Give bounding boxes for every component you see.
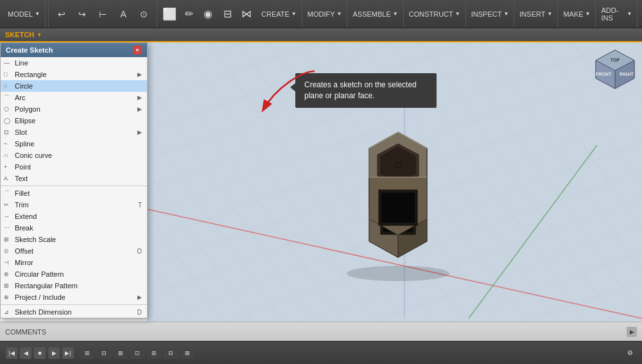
menu-item-break[interactable]: ⋯ Break bbox=[1, 222, 147, 234]
sphere-icon: ◉ bbox=[202, 8, 214, 21]
main-area: ◀ BROWSER ▶ Na... ▶ Uni... ... Create Sk… bbox=[0, 42, 642, 322]
comments-expand-button[interactable]: ▶ bbox=[627, 327, 637, 337]
addins-menu[interactable]: ADD-INS ▼ bbox=[596, 0, 638, 28]
rectangle-icon: □ bbox=[4, 71, 7, 78]
nav-prev-prev-button[interactable]: |◀ bbox=[6, 347, 17, 359]
view-btn-5[interactable]: ⊞ bbox=[147, 347, 161, 359]
menu-item-circle[interactable]: ○ Circle bbox=[1, 80, 147, 92]
create-menu[interactable]: CREATE ▼ bbox=[256, 0, 302, 28]
comments-expand-icon: ▶ bbox=[630, 329, 634, 335]
menu-item-polygon[interactable]: ⬡ Polygon ▶ bbox=[1, 103, 147, 115]
nav-next-next-button[interactable]: ▶| bbox=[62, 347, 74, 359]
offset-label: Offset bbox=[15, 247, 33, 255]
settings-button[interactable]: ⚙ bbox=[623, 348, 637, 358]
rectangle-submenu-arrow: ▶ bbox=[137, 71, 142, 78]
view-btn-4[interactable]: ⊡ bbox=[130, 347, 144, 359]
svg-point-19 bbox=[395, 163, 401, 168]
menu-item-sketch-scale[interactable]: ⊞ Sketch Scale bbox=[1, 234, 147, 245]
insert-arrow: ▼ bbox=[547, 11, 552, 17]
nav-prev-button[interactable]: ◀ bbox=[20, 347, 31, 359]
circle-icon: ○ bbox=[4, 83, 7, 89]
polygon-icon: ⬡ bbox=[4, 106, 9, 112]
camera-button[interactable]: ⊙ bbox=[134, 2, 154, 26]
addins-arrow: ▼ bbox=[627, 11, 632, 17]
sketch-scale-icon: ⊞ bbox=[4, 236, 9, 243]
menu-item-sketch-dimension[interactable]: ⊿ Sketch Dimension D bbox=[1, 306, 147, 318]
sketch-icon: ✏ bbox=[183, 8, 195, 21]
menu-divider-1 bbox=[1, 186, 147, 186]
cylinder-button[interactable]: ⊟ bbox=[218, 2, 237, 26]
menu-item-line[interactable]: — Line bbox=[1, 57, 147, 69]
menu-item-text[interactable]: A Text bbox=[1, 173, 147, 184]
menu-item-fillet[interactable]: ⌒ Fillet bbox=[1, 187, 147, 199]
view-btn-7[interactable]: ⊠ bbox=[180, 347, 195, 359]
menu-item-offset[interactable]: ⊙ Offset O bbox=[1, 245, 147, 257]
view-btn-1[interactable]: ⊞ bbox=[80, 347, 94, 359]
construct-arrow: ▼ bbox=[455, 11, 460, 17]
mirror-icon: ⊣ bbox=[4, 259, 9, 266]
cylinder-icon: ⊟ bbox=[221, 8, 234, 21]
view-btn-6[interactable]: ⊟ bbox=[164, 347, 178, 359]
view-btn-2[interactable]: ⊟ bbox=[97, 347, 111, 359]
tooltip-text: Creates a sketch on the selected plane o… bbox=[304, 80, 417, 100]
inspect-label: INSPECT bbox=[471, 10, 502, 18]
circle-label: Circle bbox=[15, 82, 33, 90]
model-dropdown[interactable]: MODEL ▼ bbox=[3, 0, 46, 28]
bottom-toolbar: |◀ ◀ ■ ▶ ▶| ⊞ ⊟ ⊠ ⊡ ⊞ ⊟ ⊠ ⚙ bbox=[0, 341, 642, 364]
create-sketch-menu: Create Sketch × — Line □ Rectangle ▶ ○ C… bbox=[0, 42, 148, 318]
menu-item-conic-curve[interactable]: ∩ Conic curve bbox=[1, 150, 147, 161]
fillet-label: Fillet bbox=[15, 189, 30, 197]
nav-stop-button[interactable]: ■ bbox=[34, 347, 46, 359]
sphere-button[interactable]: ◉ bbox=[198, 2, 218, 26]
menu-item-project-include[interactable]: ⊕ Project / Include ▶ bbox=[1, 291, 147, 303]
sketch-dimension-shortcut: D bbox=[137, 309, 142, 316]
menu-item-extend[interactable]: ↔ Extend bbox=[1, 211, 147, 222]
menu-item-rectangle[interactable]: □ Rectangle ▶ bbox=[1, 69, 147, 80]
ellipse-label: Ellipse bbox=[15, 117, 35, 125]
conic-curve-icon: ∩ bbox=[4, 152, 8, 159]
arc-label: Arc bbox=[15, 94, 26, 101]
freeform-icon: ⋈ bbox=[240, 8, 253, 21]
sketch-bar-text: SKETCH bbox=[5, 31, 34, 39]
menu-item-mirror[interactable]: ⊣ Mirror bbox=[1, 257, 147, 268]
menu-header-label: Create Sketch bbox=[6, 46, 53, 54]
assemble-menu[interactable]: ASSEMBLE ▼ bbox=[347, 0, 403, 28]
nav-next-button[interactable]: ▶ bbox=[48, 347, 60, 359]
svg-text:FRONT: FRONT bbox=[596, 72, 612, 76]
viewport[interactable]: TOP RIGHT FRONT bbox=[148, 42, 642, 322]
freeform-button[interactable]: ⋈ bbox=[237, 2, 256, 26]
menu-item-slot[interactable]: ⊡ Slot ▶ bbox=[1, 126, 147, 138]
polygon-submenu-arrow: ▶ bbox=[137, 106, 142, 112]
text-menu-icon: A bbox=[4, 175, 8, 182]
make-menu[interactable]: MAKE ▼ bbox=[558, 0, 596, 28]
menu-item-circular-pattern[interactable]: ⊛ Circular Pattern bbox=[1, 268, 147, 280]
select-menu[interactable]: SELECT ▼ bbox=[638, 0, 642, 28]
sketch-bar-label[interactable]: SKETCH ▼ bbox=[5, 31, 42, 39]
create-arrow: ▼ bbox=[291, 11, 297, 17]
slot-submenu-arrow: ▶ bbox=[137, 129, 142, 135]
text-button[interactable]: A bbox=[113, 2, 134, 26]
menu-item-trim[interactable]: ✂ Trim T bbox=[1, 199, 147, 211]
construct-menu[interactable]: CONSTRUCT ▼ bbox=[404, 0, 466, 28]
menu-item-rectangular-pattern[interactable]: ⊞ Rectangular Pattern bbox=[1, 280, 147, 291]
sketch-bar-arrow: ▼ bbox=[37, 32, 42, 38]
addins-label: ADD-INS bbox=[601, 6, 625, 22]
menu-item-point[interactable]: + Point bbox=[1, 161, 147, 173]
menu-item-ellipse[interactable]: ◯ Ellipse bbox=[1, 115, 147, 126]
box-tool-button[interactable]: ⬜ bbox=[160, 2, 179, 26]
insert-menu[interactable]: INSERT ▼ bbox=[514, 0, 558, 28]
redo-button[interactable]: ↪ bbox=[72, 2, 92, 26]
menu-item-spline[interactable]: ~ Spline bbox=[1, 138, 147, 150]
measure-button[interactable]: ⊢ bbox=[92, 2, 113, 26]
inspect-arrow: ▼ bbox=[503, 11, 508, 17]
view-btn-3[interactable]: ⊠ bbox=[114, 347, 128, 359]
menu-item-arc[interactable]: ⌒ Arc ▶ bbox=[1, 92, 147, 103]
viewcube[interactable]: TOP RIGHT FRONT bbox=[593, 48, 637, 91]
menu-close-button[interactable]: × bbox=[133, 46, 142, 55]
sketch-button[interactable]: ✏ bbox=[179, 2, 198, 26]
inspect-menu[interactable]: INSPECT ▼ bbox=[466, 0, 515, 28]
assemble-arrow: ▼ bbox=[393, 11, 398, 17]
undo-button[interactable]: ↩ bbox=[51, 2, 72, 26]
tooltip: Creates a sketch on the selected plane o… bbox=[295, 73, 437, 108]
modify-menu[interactable]: MODIFY ▼ bbox=[302, 0, 348, 28]
